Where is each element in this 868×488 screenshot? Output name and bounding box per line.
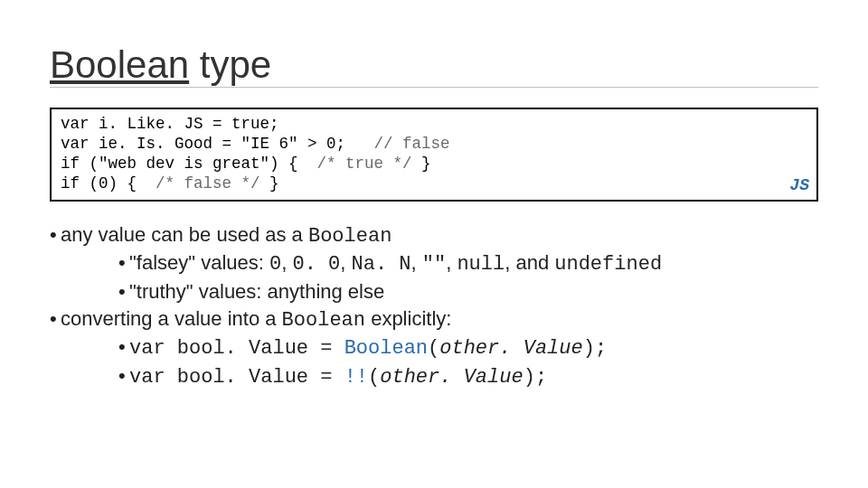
code-line-4a: if (0) { bbox=[61, 174, 156, 192]
title-type: type bbox=[189, 43, 271, 86]
code-line-2a: var ie. Is. Good = "IE 6" > 0; bbox=[61, 135, 374, 153]
code-block: var i. Like. JS = true; var ie. Is. Good… bbox=[50, 108, 818, 202]
list-item: •var bool. Value = Boolean(other. Value)… bbox=[50, 333, 818, 362]
code-line-4c: } bbox=[260, 174, 279, 192]
boolean-type: Boolean bbox=[308, 225, 392, 248]
list-item: •"falsey" values: 0, 0. 0, Na. N, "", nu… bbox=[50, 249, 818, 278]
title-boolean: Boolean bbox=[50, 43, 189, 86]
code-line-3c: } bbox=[412, 155, 431, 173]
bullet-list: •any value can be used as a Boolean •"fa… bbox=[50, 221, 818, 391]
code-comment-false: // false bbox=[374, 135, 450, 153]
list-item: •var bool. Value = !!(other. Value); bbox=[50, 362, 818, 391]
code-language-badge: JS bbox=[789, 175, 809, 196]
code-line-3a: if ("web dev is great") { bbox=[61, 155, 317, 173]
list-item: •converting a value into a Boolean expli… bbox=[50, 305, 818, 334]
page-title: Boolean type bbox=[50, 45, 818, 88]
list-item: •any value can be used as a Boolean bbox=[50, 221, 818, 250]
code-line-1: var i. Like. JS = true; bbox=[61, 115, 279, 133]
list-item: •"truthy" values: anything else bbox=[50, 278, 818, 305]
code-comment-false2: /* false */ bbox=[156, 174, 260, 192]
code-comment-true: /* true */ bbox=[317, 155, 412, 173]
